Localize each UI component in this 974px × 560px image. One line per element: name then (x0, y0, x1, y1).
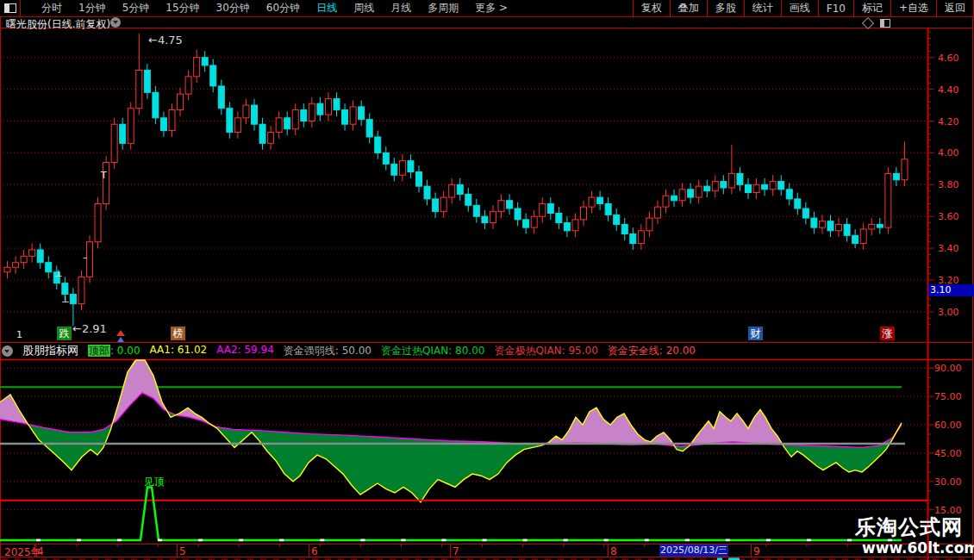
indicator-field-资金安全线: 资金安全线: 20.00 (608, 344, 696, 358)
price-axis-label: 4.20 (938, 115, 959, 127)
diamond-icon[interactable] (862, 17, 874, 29)
price-axis-label: 3.80 (938, 179, 959, 190)
stock-title: 曙光股份(日线.前复权) (6, 17, 110, 32)
window-split-icon[interactable] (0, 0, 21, 16)
menu-period-1[interactable]: 1分钟 (78, 1, 106, 16)
fill-aa1-above (0, 360, 902, 445)
watermark-line2: www.60lt.com (862, 541, 974, 556)
x-axis-month-label: 6 (311, 545, 318, 557)
hotword-跌[interactable]: 跌 (57, 327, 72, 340)
menu-tool-7[interactable]: +自选 (890, 0, 936, 16)
indicator-values: 顶部: 0.00AA1: 61.02AA2: 59.94资金强弱线: 50.00… (88, 344, 696, 358)
indicator-axis-label: 75.00 (934, 391, 962, 402)
menu-tool-6[interactable]: 标记 (853, 0, 890, 16)
indicator-field-顶部: 顶部: 0.00 (88, 344, 140, 358)
indicator-header: 股朋指标网 顶部: 0.00AA1: 61.02AA2: 59.94资金强弱线:… (0, 344, 927, 358)
menu-period-4[interactable]: 30分钟 (216, 1, 250, 16)
hotword-涨[interactable]: 涨 (880, 327, 895, 340)
chevron-down-circle-icon[interactable] (2, 345, 13, 357)
chart-marker-0: T (101, 170, 107, 181)
price-axis-label: 3.00 (938, 306, 959, 317)
indicator-axis-label: 90.00 (934, 363, 962, 374)
menu-period-7[interactable]: 周线 (353, 1, 374, 16)
watermark-line1: 乐淘公式网 (855, 517, 974, 538)
x-axis-month-label: 4 (37, 545, 44, 557)
menu-period-10[interactable]: 更多 > (475, 1, 508, 16)
menu-period-3[interactable]: 15分钟 (165, 1, 199, 16)
menubar: 分时1分钟5分钟15分钟30分钟60分钟日线周线月线多周期更多 > 复权叠加多股… (0, 0, 974, 17)
arrow-up-marker-icon (116, 330, 125, 342)
x-axis-month-label: 7 (453, 545, 459, 557)
chart-marker-3: – (83, 252, 88, 263)
menu-period-9[interactable]: 多周期 (428, 1, 459, 16)
candlestick-series (4, 34, 908, 326)
menu-period-0[interactable]: 分时 (41, 1, 62, 16)
indicator-axis-label: 15.00 (934, 504, 962, 515)
current-price-tag: 3.10 (928, 284, 974, 296)
menu-period-8[interactable]: 月线 (390, 1, 411, 16)
price-axis-label: 4.00 (938, 147, 959, 159)
price-axis-label: 3.40 (938, 243, 959, 254)
menu-period-2[interactable]: 5分钟 (122, 1, 150, 16)
chevron-down-icon[interactable] (110, 17, 121, 28)
chart-marker-4: 1 (16, 329, 22, 340)
watermark: 乐淘公式网 www.60lt.com (855, 517, 974, 556)
chart-marker-2: ⊥ (61, 294, 70, 305)
titlebar: 曙光股份(日线.前复权) (0, 17, 974, 28)
window-split-icon[interactable] (880, 19, 890, 28)
price-axis-label: 4.60 (938, 52, 959, 63)
x-axis-month-label: 5 (179, 545, 186, 557)
current-date-tag: 2025/08/13/三 (659, 544, 728, 557)
menu-tool-8[interactable]: 返回 (936, 0, 974, 16)
indicator-field-AA1: AA1: 61.02 (150, 344, 208, 358)
indicator-field-资金过热QIAN: 资金过热QIAN: 80.00 (381, 344, 484, 358)
indicator-axis-label: 45.00 (934, 447, 962, 458)
period-menu: 分时1分钟5分钟15分钟30分钟60分钟日线周线月线多周期更多 > (21, 1, 508, 16)
svg-text:←4.75: ←4.75 (148, 34, 183, 47)
menu-period-6[interactable]: 日线 (316, 1, 337, 16)
app-window: ←4.75←2.91 分时1分钟5分钟15分钟30分钟60分钟日线周线月线多周期… (0, 0, 974, 560)
hotword-财[interactable]: 财 (748, 327, 763, 340)
svg-text:←2.91: ←2.91 (72, 322, 107, 335)
menu-tool-0[interactable]: 复权 (633, 0, 670, 16)
chart-marker-1: ⊥ (54, 268, 63, 279)
hotword-榜[interactable]: 榜 (171, 327, 185, 340)
indicator-axis-label: 60.00 (934, 420, 962, 431)
indicator-axis-label: 30.00 (934, 476, 962, 487)
price-axis-label: 4.40 (938, 84, 959, 95)
menu-period-5[interactable]: 60分钟 (266, 1, 300, 16)
menu-tool-4[interactable]: 画线 (781, 0, 818, 16)
menu-tool-5[interactable]: F10 (818, 0, 853, 16)
indicator-field-资金极热QIAN: 资金极热QIAN: 95.00 (494, 344, 597, 358)
price-axis-label: 3.60 (938, 211, 959, 222)
menu-tool-2[interactable]: 多股 (707, 0, 744, 16)
indicator-field-AA2: AA2: 59.94 (216, 344, 274, 358)
menu-tool-3[interactable]: 统计 (744, 0, 781, 16)
indicator-source: 股朋指标网 (22, 343, 78, 358)
x-axis-month-label: 8 (610, 545, 617, 557)
x-axis-month-label: 9 (753, 545, 760, 557)
x-axis-year-label: 2025年 (4, 545, 41, 560)
indicator-field-资金强弱线: 资金强弱线: 50.00 (284, 344, 371, 358)
menu-tool-1[interactable]: 叠加 (670, 0, 707, 16)
signal-top-label: 见顶 (144, 475, 165, 489)
tools-menu: 复权叠加多股统计画线F10标记+自选返回 (633, 0, 974, 16)
